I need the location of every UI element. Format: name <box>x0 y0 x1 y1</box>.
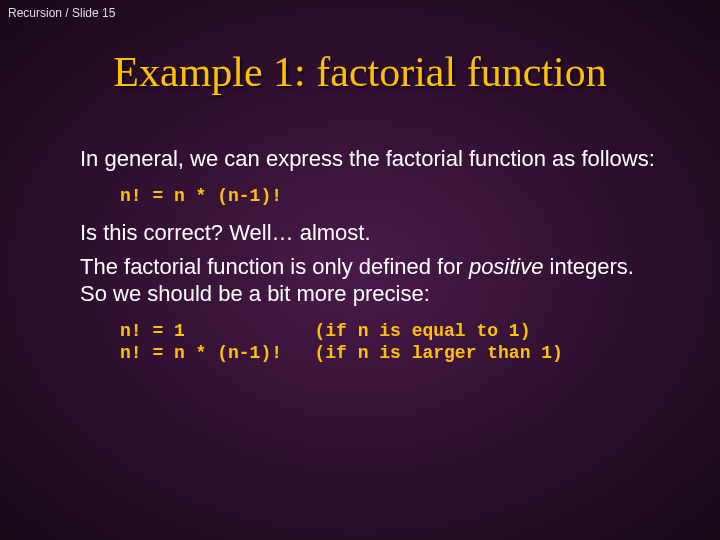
slide: Recursion / Slide 15 Example 1: factoria… <box>0 0 720 540</box>
clarification-part-a: The factorial function is only defined f… <box>80 254 469 279</box>
clarification-italic: positive <box>469 254 544 279</box>
code-precise-definition: n! = 1 (if n is equal to 1) n! = n * (n-… <box>120 320 660 365</box>
breadcrumb: Recursion / Slide 15 <box>8 6 115 20</box>
slide-title: Example 1: factorial function <box>0 48 720 96</box>
paragraph-intro: In general, we can express the factorial… <box>80 145 660 173</box>
slide-body: In general, we can express the factorial… <box>80 145 660 377</box>
code-naive-definition: n! = n * (n-1)! <box>120 185 660 208</box>
paragraph-question: Is this correct? Well… almost. <box>80 219 660 247</box>
paragraph-clarification: The factorial function is only defined f… <box>80 253 660 308</box>
